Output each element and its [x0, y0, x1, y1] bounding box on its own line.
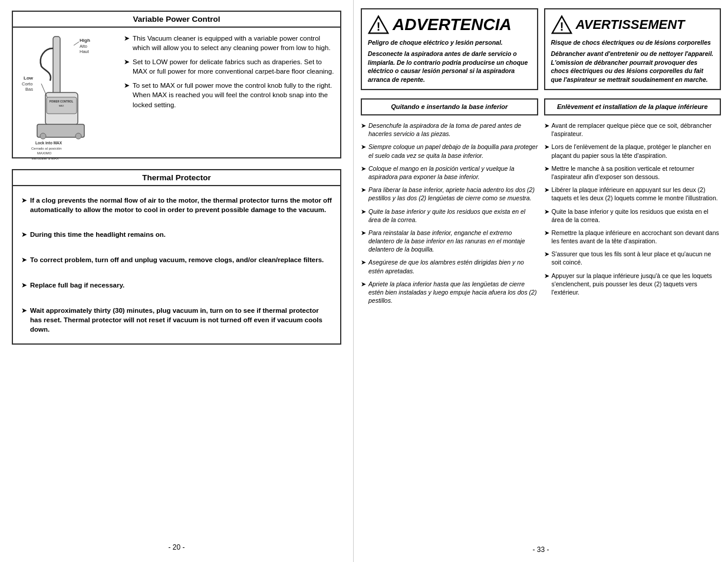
svg-text:Alto: Alto: [80, 44, 87, 49]
sp-arrow-4: ➤: [361, 186, 366, 202]
bullet-arrow-2: ➤: [124, 57, 130, 76]
sp-bullet-7: ➤ Asegúrese de que los alambres estén di…: [361, 257, 538, 276]
sp-bullet-2-text: Siempre coloque un papel debajo de la bo…: [368, 143, 538, 159]
tp-bullet-2-text: During this time the headlight remains o…: [30, 230, 166, 240]
svg-text:MAX: MAX: [59, 104, 64, 107]
left-page-number: - 20 -: [12, 531, 341, 551]
tp-bullet-4-text: Replace full bag if necessary.: [30, 280, 124, 290]
advertencia-subtitle: Peligro de choque eléctrico y lesión per…: [368, 39, 531, 46]
svg-text:Cerrado al posición: Cerrado al posición: [31, 147, 62, 150]
tp-bullet-1: ➤ If a clog prevents the normal flow of …: [21, 192, 332, 218]
sp-bullet-4-text: Para liberar la base inferior, apriete h…: [368, 186, 538, 202]
sp-arrow-7: ➤: [361, 258, 366, 275]
vpc-bullet-2: ➤ Set to LOW power for delicate fabrics …: [124, 57, 335, 76]
fr-arrow-6: ➤: [544, 229, 549, 245]
sp-bullet-5: ➤ Quite la base inferior y quite los res…: [361, 206, 538, 225]
svg-text:Corto: Corto: [22, 81, 32, 87]
advertencia-box: ! ADVERTENCIA Peligro de choque eléctric…: [361, 8, 538, 90]
fr-bullet-2: ➤ Lors de l'enlèvement de la plaque, pro…: [544, 141, 722, 160]
sp-bullet-8-text: Apriete la placa inferior hasta que las …: [368, 280, 538, 305]
fr-arrow-8: ➤: [544, 272, 549, 297]
svg-line-15: [41, 84, 47, 97]
bullet-arrow-1: ➤: [124, 34, 130, 52]
fr-bullet-8-text: Appuyer sur la plaque inférieure jusqu'à…: [552, 272, 722, 297]
svg-text:High: High: [80, 38, 90, 43]
svg-text:POWER CONTROL: POWER CONTROL: [50, 100, 74, 103]
tp-content: ➤ If a clog prevents the normal flow of …: [13, 186, 340, 343]
avertissement-box: ! AVERTISSEMENT Risque de chocs électriq…: [544, 8, 722, 90]
fr-arrow-1: ➤: [544, 121, 549, 138]
tp-bullet-4: ➤ Replace full bag if necessary.: [21, 277, 332, 294]
advertencia-body: Desconecte la aspiradora antes de darle …: [368, 49, 531, 84]
bullets-row: ➤ Desenchufe la aspiradora de la toma de…: [361, 120, 721, 540]
fr-bullet-3-text: Mettre le manche à sa position verticale…: [552, 164, 722, 181]
svg-text:Low: Low: [24, 75, 34, 81]
tp-arrow-3: ➤: [21, 255, 27, 265]
tp-bullet-5: ➤ Wait approximately thirty (30) minutes…: [21, 302, 332, 338]
install-spanish-title: Quitando e insertando la base inferior: [367, 103, 532, 111]
tp-section: Thermal Protector ➤ If a clog prevents t…: [12, 169, 341, 345]
sp-bullet-3-text: Coloque el mango en la posición vertical…: [368, 164, 538, 181]
fr-bullet-1-text: Avant de remplacer quelque pièce que ce …: [552, 121, 722, 138]
tp-bullet-5-text: Wait approximately thirty (30) minutes, …: [30, 306, 332, 334]
vpc-bullet-1-text: This Vacuum cleaner is equipped with a v…: [133, 34, 335, 52]
warning-row: ! ADVERTENCIA Peligro de choque eléctric…: [361, 8, 721, 90]
fr-bullet-5: ➤ Quite la base inferior y quite los res…: [544, 206, 722, 225]
vpc-bullets: ➤ This Vacuum cleaner is equipped with a…: [124, 34, 335, 151]
advertencia-title: ADVERTENCIA: [393, 16, 512, 33]
vpc-section: Variable Power Control POWER CONTROL MAX: [12, 11, 341, 158]
svg-text:Verrouiller à MAX: Verrouiller à MAX: [31, 157, 59, 160]
install-french-title: Enlèvement et installation de la plaque …: [550, 103, 716, 111]
tp-arrow-5: ➤: [21, 306, 27, 334]
avertissement-body: Débrancher avant d'entretenir ou de nett…: [551, 49, 714, 84]
svg-text:Bas: Bas: [25, 87, 33, 92]
tp-arrow-1: ➤: [21, 196, 27, 214]
tp-arrow-4: ➤: [21, 280, 27, 290]
tp-bullet-1-text: If a clog prevents the normal flow of ai…: [30, 196, 332, 214]
svg-text:!: !: [559, 20, 564, 33]
vpc-bullet-3-text: To set to MAX or full power move the con…: [133, 81, 335, 109]
vacuum-svg: POWER CONTROL MAX High Alto Haut: [21, 34, 115, 163]
fr-bullet-4-text: Libérer la plaque inférieure en appuyant…: [552, 186, 722, 202]
vpc-bullet-3: ➤ To set to MAX or full power move the c…: [124, 81, 335, 109]
fr-bullet-3: ➤ Mettre le manche à sa position vertica…: [544, 163, 722, 182]
fr-arrow-3: ➤: [544, 164, 549, 181]
advertencia-triangle-icon: !: [368, 14, 389, 35]
fr-bullet-6: ➤ Remettre la plaque inférieure en accro…: [544, 227, 722, 246]
svg-text:MAXIMO: MAXIMO: [37, 151, 52, 155]
sp-bullet-8: ➤ Apriete la placa inferior hasta que la…: [361, 279, 538, 306]
fr-bullet-6-text: Remettre la plaque inférieure en accroch…: [552, 229, 722, 245]
tp-bullet-3: ➤ To correct problem, turn off and unplu…: [21, 252, 332, 269]
advertencia-header: ! ADVERTENCIA: [368, 14, 531, 35]
fr-bullet-7-text: S'assurer que tous les fils sont à leur …: [552, 250, 722, 266]
avertissement-header: ! AVERTISSEMENT: [551, 14, 714, 35]
sp-bullet-2: ➤ Siempre coloque un papel debajo de la …: [361, 141, 538, 160]
vpc-bullet-1: ➤ This Vacuum cleaner is equipped with a…: [124, 34, 335, 52]
sp-bullet-7-text: Asegúrese de que los alambres estén diri…: [368, 258, 538, 275]
vpc-diagram: POWER CONTROL MAX High Alto Haut: [18, 34, 118, 151]
fr-arrow-2: ➤: [544, 143, 549, 159]
fr-bullet-1: ➤ Avant de remplacer quelque pièce que c…: [544, 120, 722, 139]
tp-bullet-2: ➤ During this time the headlight remains…: [21, 226, 332, 243]
sp-arrow-8: ➤: [361, 280, 366, 305]
fr-bullet-4: ➤ Libérer la plaque inférieure en appuya…: [544, 184, 722, 203]
fr-arrow-7: ➤: [544, 250, 549, 266]
vpc-bullet-2-text: Set to LOW power for delicate fabrics su…: [133, 57, 335, 76]
tp-bullet-3-text: To correct problem, turn off and unplug …: [30, 255, 324, 265]
sp-bullet-5-text: Quite la base inferior y quite los resid…: [368, 207, 538, 224]
right-page-number: - 33 -: [361, 540, 721, 554]
fr-arrow-4: ➤: [544, 186, 549, 202]
sp-arrow-6: ➤: [361, 229, 366, 254]
fr-bullet-2-text: Lors de l'enlèvement de la plaque, proté…: [552, 143, 722, 159]
sp-bullet-1: ➤ Desenchufe la aspiradora de la toma de…: [361, 120, 538, 139]
tp-arrow-2: ➤: [21, 230, 27, 240]
bullet-arrow-3: ➤: [124, 81, 130, 109]
avertissement-triangle-icon: !: [551, 14, 572, 35]
tp-title: Thermal Protector: [13, 170, 340, 186]
sp-arrow-3: ➤: [361, 164, 366, 181]
avertissement-subtitle: Risque de chocs électriques ou de lésion…: [551, 39, 714, 46]
sp-arrow-1: ➤: [361, 121, 366, 138]
svg-point-7: [75, 133, 81, 139]
install-row: Quitando e insertando la base inferior E…: [361, 98, 721, 115]
avertissement-title: AVERTISSEMENT: [576, 18, 685, 31]
